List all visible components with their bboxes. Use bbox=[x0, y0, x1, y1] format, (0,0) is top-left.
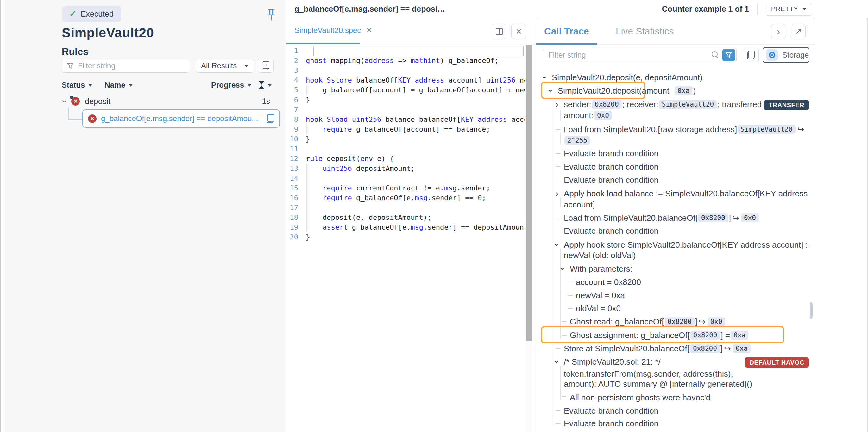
chevron-down-icon[interactable]: › bbox=[60, 100, 69, 102]
trace-filter-field[interactable] bbox=[548, 51, 712, 60]
code-line[interactable]: 14 bbox=[286, 173, 526, 183]
scrollbar-thumb[interactable] bbox=[526, 44, 532, 341]
trace-row[interactable]: Ghost read: g_balanceOf[ 0x8200 ] ↪0x0 bbox=[570, 316, 726, 327]
chevron-down-icon bbox=[268, 84, 272, 87]
results-filter-dropdown[interactable]: All Results bbox=[196, 59, 254, 73]
code-line[interactable]: 12rule deposit(env e) { bbox=[286, 154, 526, 164]
rules-filter-field[interactable] bbox=[78, 61, 186, 70]
counter-example-label: Counter example 1 of 1 bbox=[662, 4, 749, 13]
code-line[interactable]: 2ghost mapping(address => mathint) g_bal… bbox=[286, 56, 526, 65]
trace-text: ; transferred bbox=[717, 100, 762, 109]
code-line[interactable]: 20} bbox=[286, 232, 526, 242]
chevron-down-icon[interactable]: › bbox=[553, 243, 561, 246]
trace-scrollbar-thumb[interactable] bbox=[810, 302, 813, 319]
code-line[interactable]: 19 assert g_balanceOf[e.msg.sender] == d… bbox=[286, 222, 526, 232]
trace-row[interactable]: ›sender: 0x8200; receiver: SimpleVault20… bbox=[564, 99, 762, 110]
code-line[interactable]: 18 deposit(e, depositAmount); bbox=[286, 212, 526, 222]
chevron-down-icon[interactable]: › bbox=[541, 76, 549, 79]
code-line[interactable]: 13 uint256 depositAmount; bbox=[286, 164, 526, 173]
code-line[interactable]: 17 bbox=[286, 203, 526, 212]
code-line[interactable]: 8hook Sload uint256 balance balanceOf[KE… bbox=[286, 114, 526, 124]
trace-row[interactable]: Evaluate branch condition bbox=[564, 174, 658, 185]
code-area[interactable]: 12ghost mapping(address => mathint) g_ba… bbox=[286, 44, 526, 432]
copy-trace-button[interactable] bbox=[744, 48, 759, 62]
trace-filter-input[interactable] bbox=[543, 48, 737, 62]
chevron-down-icon bbox=[247, 84, 252, 87]
column-name[interactable]: Name bbox=[104, 81, 133, 90]
trace-row[interactable]: Evaluate branch condition bbox=[564, 405, 658, 416]
trace-row[interactable]: ›Apply hook load balance := SimpleVault2… bbox=[564, 188, 808, 199]
code-line[interactable]: 5 g_balanceOf[account] = g_balanceOf[acc… bbox=[286, 85, 526, 95]
trace-row[interactable]: Evaluate branch condition bbox=[564, 226, 658, 236]
next-button[interactable]: › bbox=[771, 24, 786, 39]
code-line[interactable]: 15 require currentContract != e.msg.send… bbox=[286, 183, 526, 193]
trace-text: ] bbox=[695, 317, 698, 327]
code-line[interactable]: 11 bbox=[286, 144, 526, 154]
trace-row[interactable]: ›SimpleVault20.deposit(amount= 0xa ) bbox=[558, 86, 696, 96]
tree-tick bbox=[556, 231, 561, 231]
line-number: 18 bbox=[286, 212, 306, 222]
trace-row[interactable]: Load from SimpleVault20.[raw storage add… bbox=[564, 124, 805, 135]
code-line[interactable]: 6} bbox=[286, 95, 526, 105]
pretty-dropdown[interactable]: PRETTY bbox=[766, 3, 812, 16]
trace-row[interactable]: ›Apply hook store SimpleVault20.balanceO… bbox=[564, 239, 813, 250]
trace-text: Evaluate branch condition bbox=[564, 419, 658, 429]
tab-spec-file[interactable]: SimpleVault20.spec ✕ bbox=[294, 26, 372, 35]
copy-icon[interactable] bbox=[267, 114, 274, 123]
trace-row[interactable]: All non-persistent ghosts were havoc'd bbox=[570, 392, 710, 403]
chevron-down-icon[interactable]: › bbox=[547, 90, 555, 92]
code-line[interactable]: 7 bbox=[286, 105, 526, 114]
chevron-down-icon[interactable]: › bbox=[559, 268, 567, 270]
expand-button[interactable] bbox=[791, 24, 806, 39]
code-line[interactable]: 10} bbox=[286, 134, 526, 144]
column-duration-sort[interactable] bbox=[259, 81, 272, 89]
trace-row[interactable]: Evaluate branch condition bbox=[564, 148, 658, 159]
column-status[interactable]: Status bbox=[62, 81, 92, 90]
tab-live-statistics[interactable]: Live Statistics bbox=[616, 26, 674, 37]
chevron-down-icon bbox=[802, 8, 807, 10]
trace-row[interactable]: token.transferFrom(msg.sender, address(t… bbox=[564, 368, 733, 379]
trace-row[interactable]: ›With parameters: bbox=[570, 263, 632, 274]
trace-row[interactable]: 2^255 bbox=[564, 135, 591, 146]
chevron-right-icon[interactable]: › bbox=[556, 190, 558, 198]
code-line[interactable]: 16 require g_balanceOf[e.msg.sender] == … bbox=[286, 193, 526, 203]
code-line[interactable]: 4hook Sstore balanceOf[KEY address accou… bbox=[286, 75, 526, 85]
trace-row[interactable]: Evaluate branch condition bbox=[564, 418, 658, 429]
trace-row[interactable]: Store at SimpleVault20.balanceOf[ 0x8200… bbox=[564, 343, 751, 354]
split-editor-button[interactable] bbox=[492, 24, 506, 39]
tab-call-trace[interactable]: Call Trace bbox=[544, 26, 589, 37]
trace-row[interactable]: Ghost assignment: g_balanceOf[ 0x8200 ] … bbox=[570, 330, 749, 341]
rule-row-deposit[interactable]: › ✕ deposit 1s bbox=[63, 95, 275, 107]
copy-rules-button[interactable] bbox=[258, 59, 274, 73]
close-editor-button[interactable]: ✕ bbox=[511, 24, 526, 39]
rules-filter-input[interactable] bbox=[62, 59, 190, 73]
code-line[interactable]: 9 require g_balanceOf[account] == balanc… bbox=[286, 124, 526, 134]
trace-row[interactable]: oldVal = 0x0 bbox=[576, 303, 621, 314]
call-trace-panel: Call Trace Live Statistics › bbox=[536, 18, 815, 432]
trace-row[interactable]: Load from SimpleVault20.balanceOf[ 0x820… bbox=[564, 212, 760, 223]
trace-row[interactable]: newVal = 0xa bbox=[576, 290, 625, 301]
trace-row[interactable]: amount: 0x0 bbox=[564, 110, 613, 121]
filter-funnel-button[interactable] bbox=[722, 49, 735, 61]
rules-sidebar: ✓ Executed SimpleVault20 Rules A bbox=[4, 0, 286, 432]
chevron-down-icon[interactable]: › bbox=[553, 361, 561, 363]
trace-row[interactable]: account = 0x8200 bbox=[576, 277, 641, 288]
storage-toggle-button[interactable]: Storage bbox=[763, 47, 809, 63]
assert-item-selected[interactable]: ✕ g_balanceOf[e.msg.sender] == depositAm… bbox=[82, 109, 280, 128]
trace-row[interactable]: newVal (old: oldVal) bbox=[564, 250, 636, 261]
close-icon[interactable]: ✕ bbox=[366, 26, 372, 35]
code-line[interactable]: 1 bbox=[286, 46, 526, 56]
trace-row[interactable]: ›SimpleVault20.deposit(e, depositAmount) bbox=[552, 72, 703, 83]
pin-icon[interactable] bbox=[266, 8, 277, 21]
line-number: 17 bbox=[286, 203, 306, 212]
line-number: 16 bbox=[286, 193, 306, 203]
trace-row[interactable]: ›/* SimpleVault20.sol: 21: */ bbox=[564, 357, 661, 367]
trace-row[interactable]: account] bbox=[564, 199, 595, 210]
code-line[interactable]: 3 bbox=[286, 65, 526, 75]
chevron-right-icon[interactable]: › bbox=[556, 100, 558, 108]
column-progress[interactable]: Progress bbox=[211, 81, 252, 90]
trace-row[interactable]: Evaluate branch condition bbox=[564, 161, 658, 172]
trace-text: account] bbox=[564, 200, 595, 210]
editor-scrollbar[interactable] bbox=[526, 44, 532, 432]
trace-row[interactable]: amount): AUTO summary @ [internally gene… bbox=[564, 378, 752, 389]
